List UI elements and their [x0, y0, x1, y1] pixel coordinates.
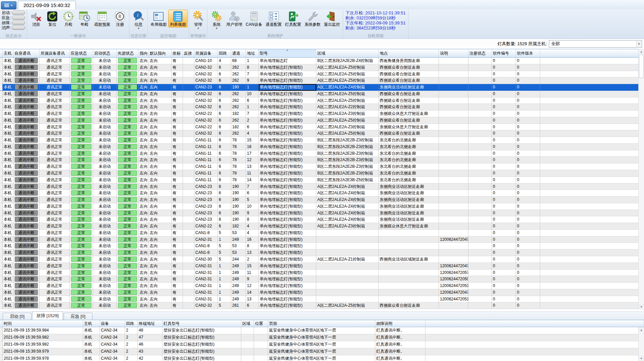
table-row[interactable]: 本机通讯中断通讯正常正常未启动正常左向左向有CAN2-3262627单向地埋标志…: [0, 71, 644, 78]
tab-2[interactable]: 应急 [0]: [64, 313, 92, 320]
table-row[interactable]: 本机通讯中断通讯正常正常未启动正常左向左向有CAN2-2261826单向地埋标志…: [0, 124, 644, 131]
table-row[interactable]: 本机通讯中断通讯正常正常未启动正常左向左向有CAN2-2361909单向地埋标志…: [0, 210, 644, 217]
channel-config-button[interactable]: 通道配置: [264, 10, 283, 27]
fault-row[interactable]: 2021-09-09 15:39:59.978本机CAN2-34242壁挂安全出…: [0, 355, 644, 361]
evacuation-plan-button[interactable]: 疏散预案: [92, 10, 112, 27]
column-header[interactable]: 区域: [241, 320, 254, 327]
column-header[interactable]: 所属设备通讯: [40, 49, 70, 57]
table-row[interactable]: 本机通讯中断通讯正常正常未启动正常左向左向有CAN2-2261827单向地埋标志…: [0, 111, 644, 117]
annual-check-button[interactable]: 年检: [76, 10, 92, 27]
scroll-down-icon[interactable]: ▼: [639, 356, 644, 361]
column-header[interactable]: 故障说明: [375, 320, 426, 327]
column-header[interactable]: 注册状态: [468, 49, 492, 57]
column-header[interactable]: 自身通讯: [13, 49, 40, 57]
table-row[interactable]: 本机通讯中断通讯正常正常未启动正常左向左向有CAN2-31124916单向地埋标…: [0, 236, 644, 243]
table-row[interactable]: 本机通讯中断通讯正常正常未启动正常左向左向有CAN2-3262624单向地埋标志…: [0, 130, 644, 137]
status-indicator-light[interactable]: [12, 16, 25, 20]
column-header[interactable]: 回路: [218, 49, 231, 57]
exit-monitor-button[interactable]: 退出监控: [322, 10, 342, 27]
tab-0[interactable]: 启动 [0]: [3, 313, 31, 320]
chevron-down-icon[interactable]: ▼: [636, 41, 641, 47]
column-header[interactable]: 说明: [439, 49, 468, 57]
scrollbar-thumb[interactable]: [639, 55, 644, 78]
table-row[interactable]: 本机通讯中断通讯正常正常未启动正常左向左向有CAN1-1167817单向地埋标志…: [0, 150, 644, 157]
main-table-scrollbar[interactable]: ▲ ▼: [638, 49, 644, 309]
table-row[interactable]: 本机通讯中断通讯正常正常未启动正常左向左向有CAN2-31124911单向地埋标…: [0, 270, 644, 276]
table-row[interactable]: 本机通讯中断通讯正常正常未启动正常左向左向有CAN2-31124915单向地埋标…: [0, 263, 644, 270]
table-row[interactable]: 本机通讯中断通讯正常正常未启动正常左向左向有CAN1-855313单向地埋标志灯…: [0, 249, 644, 256]
mute-button[interactable]: 消音: [28, 10, 44, 27]
table-row[interactable]: 本机通讯中断通讯正常正常未启动正常左向左向有CAN1-1167816单向地埋标志…: [0, 144, 644, 150]
reset-button[interactable]: 复位: [44, 10, 60, 27]
fault-row[interactable]: 2021-09-09 15:39:59.982本机CAN2-34247壁挂安全出…: [0, 334, 644, 341]
table-row[interactable]: 本机通讯中断通讯正常正常未启动正常左向左向有CAN2-3262622单向地埋标志…: [0, 117, 644, 124]
table-row[interactable]: 本机通讯中断通讯正常正常未启动正常左向左向有CAN1-1167815单向地埋标志…: [0, 137, 644, 144]
table-row[interactable]: 本机通讯中断通讯正常正常未启动正常左向左向有CAN2-32626210单向地埋标…: [0, 91, 644, 97]
list-view-button[interactable]: 列表视图: [168, 10, 188, 27]
column-header[interactable]: 时间: [3, 320, 83, 327]
column-header[interactable]: 灯具型号: [163, 320, 241, 327]
table-row[interactable]: 本机通讯中断通讯正常正常未启动正常左向左向有CAN2-3262626单向地埋标志…: [0, 97, 644, 104]
lamp-config-button[interactable]: 灯具配置: [283, 10, 303, 27]
monthly-check-button[interactable]: 月检: [60, 10, 76, 27]
table-row[interactable]: 本机通讯中断通讯正常正常未启动正常左向左向有CAN2-2361901单向地埋标志…: [0, 84, 644, 91]
table-row[interactable]: 本机通讯中断通讯正常正常未启动正常左向左向有CAN2-3262629单向地埋标志…: [0, 77, 644, 84]
timestamp-tab[interactable]: 2021-09-09 15:40:32: [18, 1, 76, 9]
info-button[interactable]: i 信息 ▼: [130, 10, 146, 30]
column-header[interactable]: 设备: [100, 320, 125, 327]
column-header[interactable]: 通道: [231, 49, 246, 57]
fault-table-scrollbar[interactable]: ▲ ▼: [638, 327, 644, 361]
column-header[interactable]: 回路: [125, 320, 138, 327]
scroll-down-icon[interactable]: ▼: [639, 304, 644, 309]
column-header[interactable]: 坐标: [172, 49, 183, 57]
column-header[interactable]: 所属设备: [194, 49, 218, 57]
table-row[interactable]: 本机通讯中断通讯正常正常未启动正常左向左向有CAN2-3052442单向地埋标志…: [0, 256, 644, 263]
status-indicator-light[interactable]: [12, 26, 25, 30]
app-menu-button[interactable]: ▼: [1, 1, 16, 9]
column-header[interactable]: 默认指向: [149, 49, 172, 57]
column-header[interactable]: 主机: [83, 320, 100, 327]
table-row[interactable]: 本机通讯中断通讯正常正常未启动正常左向左向有CAN2-2361905单向地埋标志…: [0, 197, 644, 203]
table-row[interactable]: 本机通讯中断通讯正常正常未启动正常左向左向有CAN2-31124912单向地埋标…: [0, 283, 644, 289]
column-header[interactable]: 反接: [183, 49, 194, 57]
column-header[interactable]: 主机: [3, 49, 13, 57]
table-row[interactable]: 本机通讯中断通讯正常正常未启动正常左向左向有CAN2-2361907单向地埋标志…: [0, 184, 644, 190]
table-row[interactable]: 本机通讯中断通讯正常正常未启动正常左向左向有CAN2-3262621单向地埋标志…: [0, 104, 644, 111]
can-device-button[interactable]: CAN设备: [244, 10, 264, 27]
column-header[interactable]: 地点: [379, 49, 439, 57]
column-header[interactable]: 启动状态: [93, 49, 117, 57]
table-row[interactable]: 本机通讯中断通讯正常正常未启动正常左向左向有CAN2-2261824单向地埋标志…: [0, 223, 644, 230]
table-row[interactable]: 本机通讯中断通讯正常正常未启动正常左向左向有CAN2-31124914单向地埋标…: [0, 289, 644, 296]
table-row[interactable]: 本机通讯中断通讯正常正常未启动正常左向左向有CAN1-1167814单向地埋标志…: [0, 177, 644, 184]
status-indicator-light[interactable]: [12, 11, 25, 15]
column-header[interactable]: 区域: [316, 49, 379, 57]
table-row[interactable]: 本机通讯中断通讯正常正常未启动正常左向左向有CAN2-3262628单向地埋标志…: [0, 64, 644, 71]
user-manage-button[interactable]: 用户管理: [224, 10, 244, 27]
register-button[interactable]: R 注册: [112, 10, 128, 27]
layout-view-button[interactable]: 布局视图: [149, 10, 168, 27]
table-row[interactable]: 本机通讯中断通讯正常正常未启动正常左向左向有CAN1-104681单向地埋标志灯…: [0, 58, 644, 64]
column-header[interactable]: 地址: [246, 49, 259, 57]
table-row[interactable]: 本机通讯中断通讯正常正常未启动正常左向左向有CAN2-3252616单向地埋标志…: [0, 302, 644, 309]
table-row[interactable]: 本机通讯中断通讯正常正常未启动正常左向左向有CAN1-85534单向地埋标志灯(…: [0, 230, 644, 236]
scroll-up-icon[interactable]: ▲: [639, 49, 644, 54]
table-row[interactable]: 本机通讯中断通讯正常正常未启动正常左向左向有CAN1-1167811单向地埋标志…: [0, 170, 644, 177]
table-row[interactable]: 本机通讯中断通讯正常正常未启动正常左向左向有CAN1-1167812单向地埋标志…: [0, 157, 644, 163]
status-indicator-light[interactable]: [12, 21, 25, 25]
column-header[interactable]: 软件编号: [492, 49, 516, 57]
column-header[interactable]: 软件版本: [516, 49, 540, 57]
column-header[interactable]: 光源状态: [117, 49, 139, 57]
fault-row[interactable]: 2021-09-09 15:39:59.984本机CAN2-34248壁挂安全出…: [0, 327, 644, 334]
column-header[interactable]: 终端地址: [138, 320, 163, 327]
column-header[interactable]: 位置: [254, 320, 268, 327]
column-header[interactable]: 指向: [139, 49, 149, 57]
sys-params-button[interactable]: 系统参数: [303, 10, 322, 27]
scroll-up-icon[interactable]: ▲: [639, 327, 644, 333]
table-row[interactable]: 本机通讯中断通讯正常正常未启动正常左向左向有CAN2-2361906单向地埋标志…: [0, 190, 644, 197]
tab-1[interactable]: 故障 [1529]: [32, 311, 63, 320]
table-row[interactable]: 本机通讯中断通讯正常正常未启动正常左向左向有CAN2-3112499单向地埋标志…: [0, 276, 644, 283]
fault-row[interactable]: 2021-09-09 15:39:59.979本机CAN2-34243壁挂安全出…: [0, 348, 644, 355]
table-row[interactable]: 本机通讯中断通讯正常正常未启动正常左向左向有CAN2-23619010单向地埋标…: [0, 203, 644, 210]
column-header[interactable]: 页面: [268, 320, 375, 327]
table-row[interactable]: 本机通讯中断通讯正常正常未启动正常左向左向有CAN1-1167813单向地埋标志…: [0, 163, 644, 170]
